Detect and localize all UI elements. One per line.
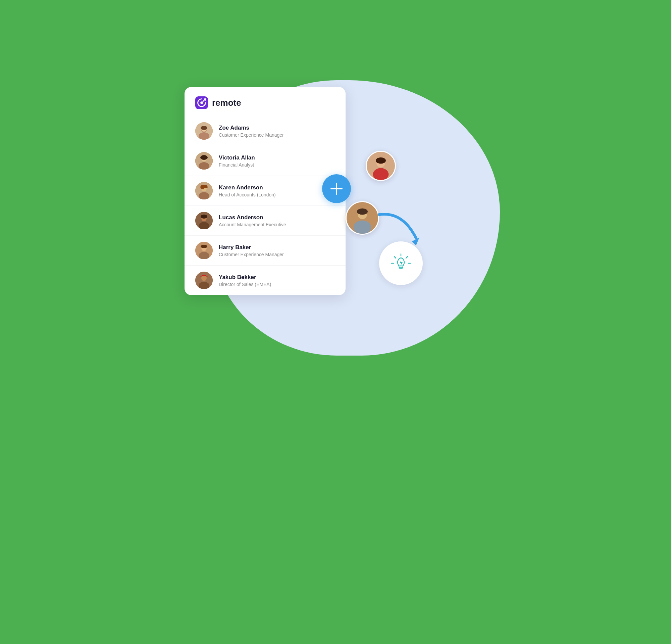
employee-info-lucas-anderson: Lucas Anderson Account Management Execut… [219,214,286,227]
employee-title: Financial Analyst [219,162,255,168]
svg-point-15 [204,188,207,190]
svg-point-10 [200,155,208,160]
avatar-harry-baker [195,242,213,259]
avatar-yakub-bekker [195,272,213,289]
employee-title: Customer Experience Manager [219,252,284,257]
svg-point-1 [200,101,203,104]
employee-row[interactable]: Harry Baker Customer Experience Manager [185,236,345,265]
employee-name: Zoe Adams [219,125,284,131]
employee-card: remote Zoe Adams Customer Experience Man… [185,87,345,295]
employee-title: Account Management Executive [219,222,286,227]
floating-avatar-woman [366,151,396,181]
svg-point-32 [376,158,386,164]
avatar-victoria-allan [195,152,213,170]
employee-name: Harry Baker [219,244,284,251]
svg-point-34 [354,221,371,234]
employee-row[interactable]: Lucas Anderson Account Management Execut… [185,206,345,236]
employee-info-victoria-allan: Victoria Allan Financial Analyst [219,154,255,168]
employee-title: Customer Experience Manager [219,132,284,138]
lightbulb-icon [390,252,412,274]
avatar-karen-anderson [195,182,213,199]
svg-point-19 [201,214,207,219]
employee-row[interactable]: Victoria Allan Financial Analyst [185,146,345,176]
employee-row[interactable]: Zoe Adams Customer Experience Manager [185,116,345,146]
avatar-zoe-adams [195,122,213,140]
svg-line-41 [394,257,396,258]
employee-row[interactable]: Yakub Bekker Director of Sales (EMEA) [185,265,345,295]
svg-point-6 [201,126,207,130]
employee-name: Yakub Bekker [219,274,271,281]
plus-icon [329,182,344,196]
avatar-lucas-anderson [195,212,213,229]
card-header: remote [185,87,345,116]
employee-title: Head of Accounts (London) [219,192,276,197]
lightbulb-circle [379,242,423,285]
employee-info-yakub-bekker: Yakub Bekker Director of Sales (EMEA) [219,274,271,287]
employee-name: Karen Anderson [219,184,276,191]
svg-point-36 [357,209,368,215]
svg-line-39 [406,257,408,258]
scene: remote Zoe Adams Customer Experience Man… [151,53,520,591]
employee-row[interactable]: Karen Anderson Head of Accounts (London) [185,176,345,206]
remote-logo-icon [195,96,208,109]
employee-name: Lucas Anderson [219,214,286,221]
svg-rect-44 [399,267,403,268]
svg-point-23 [201,245,207,248]
employee-title: Director of Sales (EMEA) [219,282,271,287]
employee-info-karen-anderson: Karen Anderson Head of Accounts (London) [219,184,276,197]
employee-info-harry-baker: Harry Baker Customer Experience Manager [219,244,284,257]
employee-info-zoe-adams: Zoe Adams Customer Experience Manager [219,125,284,138]
app-name: remote [212,98,241,108]
employee-name: Victoria Allan [219,154,255,161]
add-employee-button[interactable] [322,174,351,203]
